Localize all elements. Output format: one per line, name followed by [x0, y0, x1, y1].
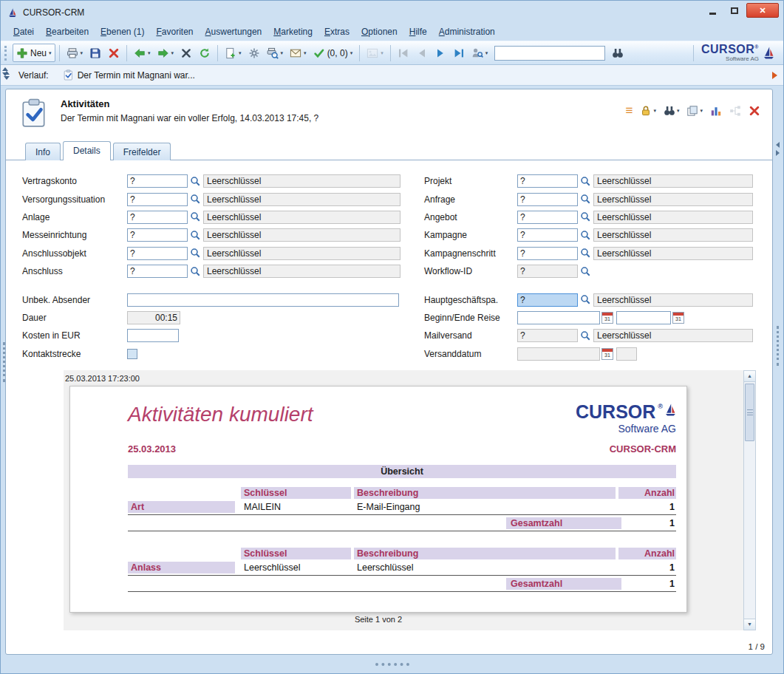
- menu-item-optionen[interactable]: Optionen: [355, 24, 403, 40]
- scrollbar-track[interactable]: [744, 382, 755, 619]
- close-button[interactable]: ✕: [746, 3, 779, 18]
- back-button[interactable]: ▾: [131, 44, 154, 62]
- lookup-icon[interactable]: [188, 176, 203, 187]
- scroll-up-button[interactable]: ▲: [744, 371, 755, 382]
- menu-item-extras[interactable]: Extras: [318, 24, 355, 40]
- kampagne-input[interactable]: [517, 228, 578, 242]
- unbekannter-absender-input[interactable]: [127, 293, 399, 307]
- bottom-splitter[interactable]: [1, 655, 783, 673]
- forward-button[interactable]: ▾: [154, 44, 177, 62]
- left-collapse-handle[interactable]: [1, 67, 9, 76]
- anschlussobjekt-input[interactable]: [127, 247, 188, 260]
- scrollbar-thumb[interactable]: [745, 384, 754, 441]
- left-grip[interactable]: [3, 342, 5, 382]
- versorgungssituation-input[interactable]: [127, 193, 188, 206]
- delete-x-icon: [108, 47, 120, 59]
- menu-item-auswertungen[interactable]: Auswertungen: [200, 24, 268, 40]
- lookup-icon[interactable]: [188, 211, 203, 222]
- vertragskonto-input[interactable]: [127, 174, 188, 188]
- scroll-down-button[interactable]: ▼: [744, 619, 755, 630]
- menu-item-marketing[interactable]: Marketing: [267, 24, 318, 40]
- anlage-input[interactable]: [127, 211, 188, 224]
- total-value: 1: [621, 578, 676, 590]
- versanddatum-input[interactable]: [517, 347, 600, 361]
- lookup-icon[interactable]: [578, 230, 593, 241]
- lookup-icon[interactable]: [188, 248, 203, 259]
- lookup-icon[interactable]: [578, 248, 593, 259]
- new-button[interactable]: Neu ▾: [13, 44, 55, 62]
- right-collapse-handle[interactable]: [776, 142, 780, 156]
- list-view-button[interactable]: ≡: [626, 104, 633, 117]
- send-mail-button[interactable]: ▾: [287, 44, 310, 62]
- reise-beginn-input[interactable]: [517, 311, 600, 324]
- anschluss-input[interactable]: [127, 265, 188, 278]
- process-button[interactable]: [245, 44, 263, 62]
- lookup-icon[interactable]: [578, 211, 593, 222]
- quick-search-input[interactable]: [494, 46, 605, 61]
- hauptgeschaeftspartner-input[interactable]: [517, 293, 578, 307]
- tab-details[interactable]: Details: [63, 141, 111, 160]
- lookup-icon[interactable]: [578, 176, 593, 187]
- selection-counter-button[interactable]: (0, 0) ▾: [310, 44, 356, 62]
- calendar-button[interactable]: 31: [601, 348, 613, 360]
- menu-item-bearbeiten[interactable]: Bearbeiten: [40, 24, 95, 40]
- new-record-button[interactable]: ▾: [222, 44, 245, 62]
- preview-scrollbar[interactable]: ▲ ▼: [743, 370, 756, 630]
- dropdown-icon: ▾: [171, 50, 174, 55]
- nav-first-button: [395, 44, 412, 62]
- find-button[interactable]: [609, 44, 627, 62]
- projekt-input[interactable]: [517, 174, 578, 188]
- person-search-button[interactable]: ▾: [468, 44, 491, 62]
- right-splitter[interactable]: [773, 89, 783, 655]
- lookup-icon[interactable]: [578, 330, 593, 341]
- tab-freifelder[interactable]: Freifelder: [113, 143, 171, 160]
- print-button[interactable]: ▾: [64, 44, 86, 62]
- scroll-down-icon: ▼: [747, 622, 752, 627]
- menu-item-ebenen[interactable]: Ebenen (1): [95, 24, 150, 40]
- delete-button[interactable]: [105, 44, 123, 62]
- kampagnenschritt-input[interactable]: [517, 247, 578, 260]
- record-search-button[interactable]: ▾: [664, 105, 680, 117]
- lock-button[interactable]: ▾: [640, 105, 656, 117]
- lookup-icon[interactable]: [188, 266, 203, 277]
- cancel-button[interactable]: [177, 44, 195, 62]
- menu-item-datei[interactable]: Datei: [7, 24, 40, 40]
- close-record-button[interactable]: [749, 105, 760, 117]
- anfrage-input[interactable]: [517, 193, 578, 206]
- lookup-icon[interactable]: [188, 194, 203, 205]
- versanddatum-extra-input[interactable]: [616, 347, 637, 361]
- refresh-button[interactable]: [196, 44, 214, 62]
- sailboat-icon: [763, 46, 774, 60]
- print-preview-button[interactable]: ▾: [264, 44, 287, 62]
- record-actions: ≡ ▾ ▾ ▾: [626, 104, 760, 117]
- menu-item-hilfe[interactable]: Hilfe: [403, 24, 433, 40]
- calendar-button[interactable]: 31: [672, 312, 684, 324]
- history-item[interactable]: Der Termin mit Magnani war...: [58, 68, 201, 82]
- minimize-button[interactable]: [702, 3, 723, 18]
- toolbar-grip[interactable]: [4, 46, 8, 61]
- maximize-button[interactable]: [724, 3, 745, 18]
- reise-ende-input[interactable]: [616, 311, 671, 324]
- right-grip[interactable]: [777, 326, 779, 366]
- menu-item-administration[interactable]: Administration: [433, 24, 501, 40]
- history-overflow-icon[interactable]: [772, 72, 777, 79]
- menu-item-favoriten[interactable]: Favoriten: [150, 24, 199, 40]
- nav-next-button[interactable]: [432, 44, 449, 62]
- nav-last-button[interactable]: [450, 44, 468, 62]
- chart-button[interactable]: [710, 105, 722, 117]
- lookup-icon[interactable]: [578, 294, 593, 305]
- calendar-button[interactable]: 31: [601, 312, 613, 324]
- lookup-icon[interactable]: [188, 230, 203, 241]
- kontaktstrecke-checkbox[interactable]: [127, 349, 137, 359]
- tab-info[interactable]: Info: [25, 143, 61, 160]
- angebot-input[interactable]: [517, 211, 578, 224]
- workflow-id-input[interactable]: [517, 265, 578, 278]
- messeinrichtung-input[interactable]: [127, 228, 188, 242]
- copy-button[interactable]: ▾: [686, 105, 703, 117]
- mailversand-input[interactable]: [517, 329, 578, 342]
- lookup-icon[interactable]: [578, 266, 593, 277]
- lookup-icon[interactable]: [578, 194, 593, 205]
- kosten-input[interactable]: [127, 329, 179, 342]
- save-button[interactable]: [86, 44, 104, 62]
- dauer-input[interactable]: [127, 311, 180, 324]
